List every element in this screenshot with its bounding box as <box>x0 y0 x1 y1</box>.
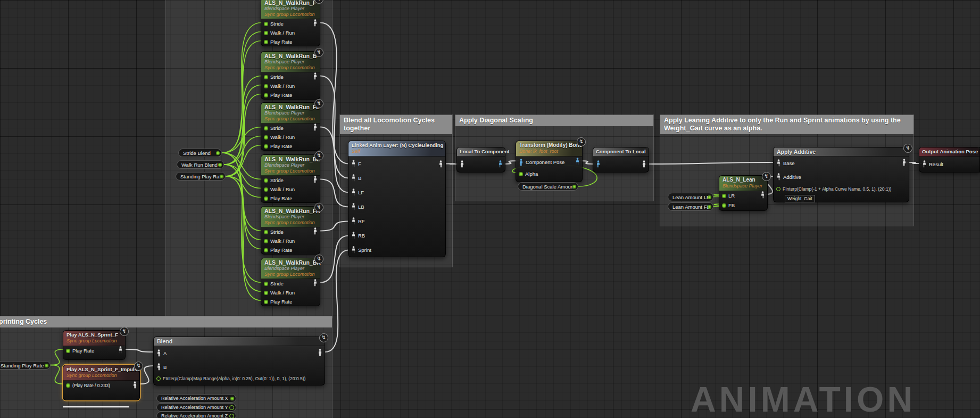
comment-header[interactable]: Apply Leaning Additive to only the Run a… <box>660 115 913 134</box>
float-pin-icon[interactable] <box>264 93 268 97</box>
float-pin-icon[interactable] <box>264 31 268 35</box>
float-pin-icon[interactable] <box>264 135 268 140</box>
pin-play-rate[interactable]: Play Rate <box>261 91 320 100</box>
float-pin-icon[interactable] <box>264 300 268 304</box>
float-pin-icon[interactable] <box>264 84 268 88</box>
float-pin-icon[interactable] <box>264 126 268 130</box>
pin-stride[interactable]: Stride <box>261 72 320 81</box>
pin-walk-run[interactable]: Walk / Run <box>261 133 320 142</box>
pin-play-rate[interactable]: Play Rate <box>63 346 125 356</box>
pill-standing-play-rate[interactable]: Standing Play Rate <box>176 172 226 181</box>
node-linked-anim-layer-cycleblending[interactable]: Linked Anim Layer: (N) CycleBlending Sel… <box>348 141 446 257</box>
pill-walk-run-blend[interactable]: Walk Run Blend <box>177 160 224 169</box>
pose-output-icon[interactable] <box>313 176 318 183</box>
pose-output-icon[interactable] <box>642 160 646 168</box>
pin-play-rate-expression[interactable]: (Play Rate / 0.233) <box>63 381 139 390</box>
pill-relative-accel-x[interactable]: Relative Acceleration Amount X <box>156 394 236 403</box>
node-transform-modify-bone[interactable]: Transform (Modify) Bone Bone: ik_foot_ro… <box>516 141 583 182</box>
pill-relative-accel-z[interactable]: Relative Acceleration Amount Z <box>156 412 236 418</box>
pose-pin-icon[interactable] <box>156 363 161 371</box>
float-pin-icon[interactable] <box>776 187 780 191</box>
pin-b[interactable]: B <box>348 171 445 185</box>
float-pin-icon[interactable] <box>722 203 726 208</box>
float-pin-icon[interactable] <box>45 364 48 367</box>
pose-pin-icon[interactable] <box>776 159 781 167</box>
pin-stride[interactable]: Stride <box>261 124 320 133</box>
pose-output-icon[interactable] <box>313 72 318 80</box>
pin-walk-run[interactable]: Walk / Run <box>261 236 320 245</box>
float-pin-icon[interactable] <box>264 40 268 44</box>
pose-pin-icon[interactable] <box>351 188 356 196</box>
pill-stride-blend[interactable]: Stride Blend <box>178 149 222 157</box>
pin-play-rate[interactable]: Play Rate <box>261 142 320 151</box>
float-pin-icon[interactable] <box>156 376 161 381</box>
pose-pin-icon[interactable] <box>776 173 781 181</box>
pill-lean-amount-lr[interactable]: Lean Amount LR <box>668 193 713 201</box>
float-pin-icon[interactable] <box>229 414 234 418</box>
float-pin-icon[interactable] <box>264 196 268 201</box>
component-pose-pin-icon[interactable] <box>519 159 524 166</box>
node-component-to-local[interactable]: Component To Local <box>593 147 649 173</box>
node-play-als-n-sprint-f-impulse[interactable]: Play ALS_N_Sprint_F_Impulse Sync group L… <box>63 365 140 400</box>
float-pin-icon[interactable] <box>66 349 70 353</box>
pose-output-icon[interactable] <box>132 381 137 389</box>
float-pin-icon[interactable] <box>264 187 268 192</box>
pin-a[interactable]: A <box>154 346 325 360</box>
float-pin-icon[interactable] <box>519 172 523 176</box>
pose-pin-icon[interactable] <box>351 217 356 225</box>
pin-play-rate[interactable]: Play Rate <box>261 245 320 255</box>
pose-pin-icon[interactable] <box>351 232 356 239</box>
comment-header[interactable]: printing Cycles <box>0 316 332 327</box>
pin-rf[interactable]: RF <box>348 214 445 228</box>
node-als-n-walkrun-b[interactable]: ALS_N_WalkRun_B Blendspace Player Sync g… <box>261 51 320 100</box>
pose-pin-icon[interactable] <box>922 160 927 168</box>
component-pose-pin-icon[interactable] <box>596 160 601 168</box>
pill-standing-play-rate-bottom[interactable]: Standing Play Rate <box>0 361 51 370</box>
alpha-curve-row[interactable]: Weight_Gait <box>774 194 909 203</box>
component-pose-output-icon[interactable] <box>575 158 580 165</box>
pose-output-icon[interactable] <box>902 159 907 166</box>
pin-play-rate[interactable]: Play Rate <box>261 194 320 203</box>
alpha-curve-value[interactable]: Weight_Gait <box>785 195 815 202</box>
node-als-n-walkrun-f[interactable]: ALS_N_WalkRun_F Blendspace Player Sync g… <box>261 0 320 46</box>
pin-alpha[interactable]: FInterp(Clamp(Map Range(Alpha, in(0: 0.2… <box>154 374 325 383</box>
float-pin-icon[interactable] <box>264 291 268 295</box>
float-pin-icon[interactable] <box>264 75 268 79</box>
pose-output-icon[interactable] <box>313 227 318 235</box>
node-blend[interactable]: Blend A B FInterp(Clamp(Map Range(Alpha,… <box>153 337 325 386</box>
pin-sprint[interactable]: Sprint <box>348 243 445 257</box>
pin-lf[interactable]: LF <box>348 185 445 200</box>
pin-alpha[interactable]: FInterp(Clamp(-1 + Alpha Curve Name, 0.5… <box>774 184 909 194</box>
pose-pin-icon[interactable] <box>460 160 464 168</box>
float-pin-icon[interactable] <box>216 151 220 155</box>
comment-header[interactable]: Apply Diagonal Scaling <box>455 115 653 126</box>
float-pin-icon[interactable] <box>708 205 711 209</box>
pill-lean-amount-fb[interactable]: Lean Amount FB <box>668 202 713 211</box>
pose-pin-icon[interactable] <box>351 246 356 253</box>
comment-header[interactable]: Blend all Locomotion Cycles together <box>340 115 452 134</box>
pose-output-icon[interactable] <box>313 124 318 131</box>
pill-diagonal-scale-amount[interactable]: Diagonal Scale Amount <box>518 182 578 191</box>
pose-output-icon[interactable] <box>438 160 443 168</box>
pin-rb[interactable]: RB <box>348 228 445 243</box>
pin-play-rate[interactable]: Play Rate <box>261 297 320 306</box>
float-pin-icon[interactable] <box>66 383 70 388</box>
node-als-n-walkrun-bl[interactable]: ALS_N_WalkRun_BL Blendspace Player Sync … <box>261 154 320 203</box>
float-pin-icon[interactable] <box>264 248 268 252</box>
pin-fb[interactable]: FB <box>719 201 767 210</box>
pose-pin-icon[interactable] <box>351 160 356 167</box>
float-pin-icon[interactable] <box>264 282 268 286</box>
pin-walk-run[interactable]: Walk / Run <box>261 28 320 37</box>
pose-output-icon[interactable] <box>760 191 765 199</box>
pin-walk-run[interactable]: Walk / Run <box>261 185 320 194</box>
pose-pin-icon[interactable] <box>351 174 356 182</box>
pin-additive[interactable]: Additive <box>774 169 909 184</box>
float-pin-icon[interactable] <box>264 230 268 234</box>
node-als-n-walkrun-br[interactable]: ALS_N_WalkRun_BR Blendspace Player Sync … <box>261 258 320 306</box>
pin-play-rate[interactable]: Play Rate <box>261 37 320 46</box>
float-pin-icon[interactable] <box>572 185 576 188</box>
pin-alpha[interactable]: Alpha <box>516 168 582 180</box>
pin-base[interactable]: Base <box>774 157 909 169</box>
node-als-n-lean[interactable]: ALS_N_Lean Blendspace Player LR FB ↯ <box>719 175 768 211</box>
float-pin-icon[interactable] <box>722 194 726 198</box>
